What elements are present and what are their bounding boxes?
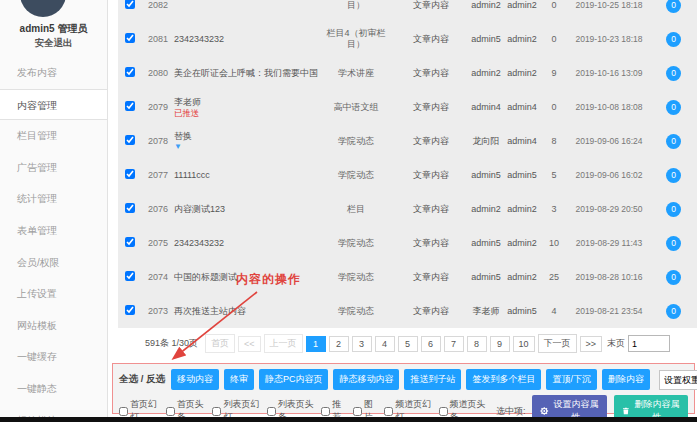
row-checkbox[interactable]: [125, 0, 135, 9]
comment-count-badge[interactable]: 0: [666, 0, 681, 13]
pagination-page-button[interactable]: 5: [398, 336, 418, 352]
row-checkbox[interactable]: [125, 33, 135, 43]
content-title[interactable]: 李老师: [174, 97, 201, 108]
content-title[interactable]: 11111ccc: [174, 170, 210, 181]
pagination-prev-button[interactable]: 上一页: [264, 334, 303, 353]
batch-action-button[interactable]: 静态PC内容页: [259, 369, 329, 390]
pagination-page-button[interactable]: 6: [421, 336, 441, 352]
sidebar-item[interactable]: 网站模板: [0, 310, 107, 342]
row-checkbox[interactable]: [125, 101, 135, 111]
comment-count-badge[interactable]: 0: [666, 270, 681, 285]
content-title[interactable]: 再次推送主站内容: [174, 306, 246, 317]
content-author: admin2: [468, 68, 504, 78]
sidebar-item[interactable]: 栏目管理: [0, 120, 107, 152]
content-title[interactable]: 内容测试123: [174, 204, 225, 215]
pagination-page-button[interactable]: 2: [329, 336, 349, 352]
pagination-next-button[interactable]: 下一页: [538, 334, 577, 353]
table-row: 2078 替换 ▼ 学院动态 文章内容 龙向阳 admin4 8 2019-09…: [118, 124, 697, 158]
attribute-option-checkbox[interactable]: [384, 407, 393, 416]
row-checkbox[interactable]: [125, 237, 135, 247]
attribute-option-checkbox[interactable]: [439, 407, 448, 416]
pagination-goto-input[interactable]: [628, 335, 670, 352]
batch-action-button[interactable]: 移动内容: [171, 369, 219, 390]
row-checkbox[interactable]: [125, 203, 135, 213]
comment-count-badge[interactable]: 0: [666, 168, 681, 183]
row-checkbox[interactable]: [125, 169, 135, 179]
content-title[interactable]: 美企在听证会上呼喊：我们需要中国: [174, 68, 318, 79]
batch-action-button[interactable]: 静态移动内容: [333, 369, 399, 390]
content-model: 文章内容: [394, 237, 468, 250]
pagination-last-link[interactable]: 末页: [607, 337, 625, 350]
row-checkbox[interactable]: [125, 135, 135, 145]
content-author: 龙向阳: [468, 135, 504, 148]
batch-action-button[interactable]: 删除内容: [602, 369, 650, 390]
attribute-option-checkbox[interactable]: [119, 407, 128, 416]
comment-count-badge[interactable]: 0: [666, 100, 681, 115]
logout-link[interactable]: 安全退出: [0, 37, 107, 50]
sidebar-item[interactable]: 广告管理: [0, 152, 107, 184]
comment-count-badge[interactable]: 0: [666, 202, 681, 217]
sidebar-item[interactable]: 一键静态: [0, 373, 107, 405]
content-title[interactable]: 2342343232: [174, 238, 224, 249]
sidebar-item[interactable]: 发布内容: [0, 57, 107, 89]
content-editor: admin2: [504, 0, 540, 10]
content-model: 文章内容: [394, 203, 468, 216]
comment-count-badge[interactable]: 0: [666, 32, 681, 47]
content-title[interactable]: 替换: [174, 131, 192, 142]
row-checkbox[interactable]: [125, 67, 135, 77]
content-category: 栏目: [318, 204, 394, 215]
content-title-cell: 内容测试123: [174, 204, 318, 215]
sidebar-item[interactable]: 会员/权限: [0, 247, 107, 279]
attribute-option-checkbox[interactable]: [353, 407, 362, 416]
content-title[interactable]: 中国的标题测试: [174, 272, 237, 283]
content-editor: admin2: [504, 238, 540, 248]
pagination-page-button[interactable]: 4: [375, 336, 395, 352]
user-avatar[interactable]: [20, 0, 66, 17]
batch-action-box: 全选 / 反选 移动内容终审静态PC内容页静态移动内容推送到子站签发到多个栏目置…: [112, 363, 695, 414]
pagination-page-button[interactable]: 9: [490, 336, 510, 352]
content-model: 文章内容: [394, 305, 468, 318]
select-all-toggle[interactable]: 全选 / 反选: [119, 373, 165, 386]
content-author: admin4: [468, 102, 504, 112]
content-id: 2078: [142, 136, 174, 146]
attribute-option-checkbox[interactable]: [166, 407, 175, 416]
sidebar-item[interactable]: 内容管理: [0, 89, 107, 121]
pagination-page-button[interactable]: 8: [467, 336, 487, 352]
row-checkbox[interactable]: [125, 305, 135, 315]
row-checkbox[interactable]: [125, 271, 135, 281]
batch-action-button[interactable]: 置顶/下沉: [546, 369, 597, 390]
pagination-fast-next-button[interactable]: >>: [580, 336, 603, 352]
pagination-page-button[interactable]: 10: [513, 336, 535, 352]
sidebar-item[interactable]: 表单管理: [0, 215, 107, 247]
pagination-page-button[interactable]: 1: [306, 336, 326, 352]
pagination-page-button[interactable]: 3: [352, 336, 372, 352]
comment-count-badge[interactable]: 0: [666, 66, 681, 81]
content-author: admin5: [468, 272, 504, 282]
weight-select[interactable]: 设置权重: [659, 370, 697, 390]
comment-count-badge[interactable]: 0: [666, 236, 681, 251]
sidebar-item[interactable]: 统计管理: [0, 183, 107, 215]
content-model: 文章内容: [394, 101, 468, 114]
pagination-fast-prev-button[interactable]: <<: [238, 336, 261, 352]
content-title-cell: 李老师 已推送: [174, 97, 318, 118]
content-id: 2073: [142, 306, 174, 316]
batch-action-button[interactable]: 终审: [224, 369, 254, 390]
attribute-option-checkbox[interactable]: [321, 407, 330, 416]
sidebar-item[interactable]: 一键缓存: [0, 341, 107, 373]
batch-action-button[interactable]: 推送到子站: [404, 369, 461, 390]
comment-count-badge[interactable]: 0: [666, 304, 681, 319]
content-title-cell: 11111ccc: [174, 170, 318, 181]
content-editor: admin5: [504, 306, 540, 316]
batch-action-button[interactable]: 签发到多个栏目: [466, 369, 541, 390]
comment-count-badge[interactable]: 0: [666, 134, 681, 149]
pagination-page-button[interactable]: 7: [444, 336, 464, 352]
selected-items-label: 选中项:: [496, 405, 526, 418]
content-title[interactable]: 2342343232: [174, 34, 224, 45]
pagination-first-button[interactable]: 首页: [205, 334, 235, 353]
content-title-cell: 再次推送主站内容: [174, 306, 318, 317]
attribute-option-checkbox[interactable]: [267, 407, 276, 416]
sidebar-item[interactable]: 上传设置: [0, 278, 107, 310]
content-editor: admin2: [504, 34, 540, 44]
attribute-option-checkbox[interactable]: [212, 407, 221, 416]
content-flag: 已推送: [174, 108, 200, 118]
